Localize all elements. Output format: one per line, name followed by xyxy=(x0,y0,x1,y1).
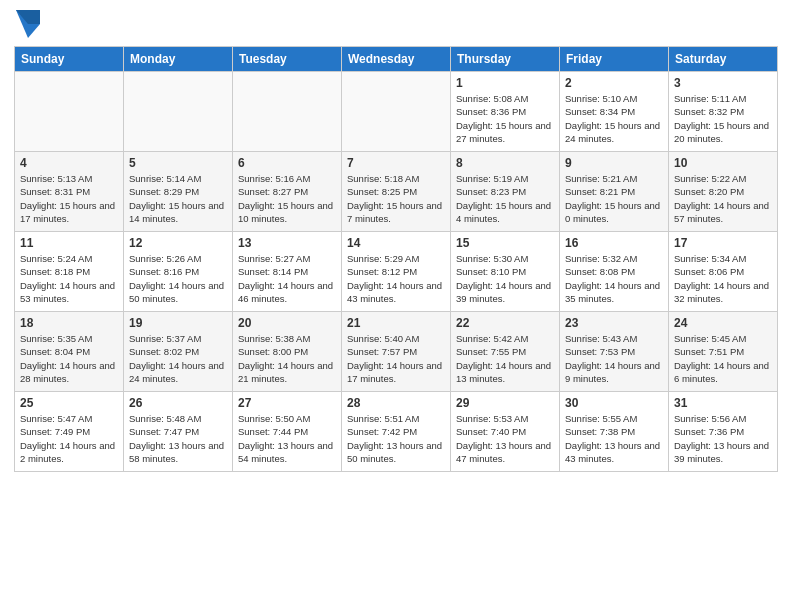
day-cell: 13Sunrise: 5:27 AM Sunset: 8:14 PM Dayli… xyxy=(233,232,342,312)
week-row-4: 18Sunrise: 5:35 AM Sunset: 8:04 PM Dayli… xyxy=(15,312,778,392)
day-info: Sunrise: 5:08 AM Sunset: 8:36 PM Dayligh… xyxy=(456,92,554,145)
day-number: 13 xyxy=(238,236,336,250)
day-info: Sunrise: 5:47 AM Sunset: 7:49 PM Dayligh… xyxy=(20,412,118,465)
day-number: 24 xyxy=(674,316,772,330)
day-info: Sunrise: 5:32 AM Sunset: 8:08 PM Dayligh… xyxy=(565,252,663,305)
day-cell: 14Sunrise: 5:29 AM Sunset: 8:12 PM Dayli… xyxy=(342,232,451,312)
col-header-thursday: Thursday xyxy=(451,47,560,72)
day-number: 27 xyxy=(238,396,336,410)
day-number: 2 xyxy=(565,76,663,90)
day-info: Sunrise: 5:42 AM Sunset: 7:55 PM Dayligh… xyxy=(456,332,554,385)
col-header-friday: Friday xyxy=(560,47,669,72)
day-number: 3 xyxy=(674,76,772,90)
day-cell: 3Sunrise: 5:11 AM Sunset: 8:32 PM Daylig… xyxy=(669,72,778,152)
day-info: Sunrise: 5:30 AM Sunset: 8:10 PM Dayligh… xyxy=(456,252,554,305)
day-info: Sunrise: 5:45 AM Sunset: 7:51 PM Dayligh… xyxy=(674,332,772,385)
day-number: 16 xyxy=(565,236,663,250)
day-number: 6 xyxy=(238,156,336,170)
col-header-wednesday: Wednesday xyxy=(342,47,451,72)
day-cell: 27Sunrise: 5:50 AM Sunset: 7:44 PM Dayli… xyxy=(233,392,342,472)
day-info: Sunrise: 5:26 AM Sunset: 8:16 PM Dayligh… xyxy=(129,252,227,305)
day-info: Sunrise: 5:35 AM Sunset: 8:04 PM Dayligh… xyxy=(20,332,118,385)
day-info: Sunrise: 5:10 AM Sunset: 8:34 PM Dayligh… xyxy=(565,92,663,145)
day-info: Sunrise: 5:43 AM Sunset: 7:53 PM Dayligh… xyxy=(565,332,663,385)
day-cell: 19Sunrise: 5:37 AM Sunset: 8:02 PM Dayli… xyxy=(124,312,233,392)
day-cell: 31Sunrise: 5:56 AM Sunset: 7:36 PM Dayli… xyxy=(669,392,778,472)
col-header-tuesday: Tuesday xyxy=(233,47,342,72)
day-number: 5 xyxy=(129,156,227,170)
day-number: 20 xyxy=(238,316,336,330)
day-info: Sunrise: 5:14 AM Sunset: 8:29 PM Dayligh… xyxy=(129,172,227,225)
logo-icon xyxy=(16,10,40,38)
day-number: 28 xyxy=(347,396,445,410)
day-info: Sunrise: 5:38 AM Sunset: 8:00 PM Dayligh… xyxy=(238,332,336,385)
day-number: 29 xyxy=(456,396,554,410)
day-cell: 4Sunrise: 5:13 AM Sunset: 8:31 PM Daylig… xyxy=(15,152,124,232)
page: SundayMondayTuesdayWednesdayThursdayFrid… xyxy=(0,0,792,612)
day-cell: 2Sunrise: 5:10 AM Sunset: 8:34 PM Daylig… xyxy=(560,72,669,152)
day-cell: 22Sunrise: 5:42 AM Sunset: 7:55 PM Dayli… xyxy=(451,312,560,392)
day-info: Sunrise: 5:53 AM Sunset: 7:40 PM Dayligh… xyxy=(456,412,554,465)
logo xyxy=(14,10,40,38)
day-number: 21 xyxy=(347,316,445,330)
day-number: 18 xyxy=(20,316,118,330)
day-info: Sunrise: 5:37 AM Sunset: 8:02 PM Dayligh… xyxy=(129,332,227,385)
day-cell: 8Sunrise: 5:19 AM Sunset: 8:23 PM Daylig… xyxy=(451,152,560,232)
day-cell: 17Sunrise: 5:34 AM Sunset: 8:06 PM Dayli… xyxy=(669,232,778,312)
day-cell: 28Sunrise: 5:51 AM Sunset: 7:42 PM Dayli… xyxy=(342,392,451,472)
day-cell xyxy=(342,72,451,152)
day-number: 22 xyxy=(456,316,554,330)
day-cell: 1Sunrise: 5:08 AM Sunset: 8:36 PM Daylig… xyxy=(451,72,560,152)
day-cell: 5Sunrise: 5:14 AM Sunset: 8:29 PM Daylig… xyxy=(124,152,233,232)
day-cell: 11Sunrise: 5:24 AM Sunset: 8:18 PM Dayli… xyxy=(15,232,124,312)
day-cell: 30Sunrise: 5:55 AM Sunset: 7:38 PM Dayli… xyxy=(560,392,669,472)
day-number: 12 xyxy=(129,236,227,250)
day-cell: 29Sunrise: 5:53 AM Sunset: 7:40 PM Dayli… xyxy=(451,392,560,472)
day-cell xyxy=(124,72,233,152)
day-info: Sunrise: 5:55 AM Sunset: 7:38 PM Dayligh… xyxy=(565,412,663,465)
day-number: 7 xyxy=(347,156,445,170)
day-number: 4 xyxy=(20,156,118,170)
day-number: 25 xyxy=(20,396,118,410)
day-info: Sunrise: 5:11 AM Sunset: 8:32 PM Dayligh… xyxy=(674,92,772,145)
day-number: 23 xyxy=(565,316,663,330)
col-header-saturday: Saturday xyxy=(669,47,778,72)
day-number: 31 xyxy=(674,396,772,410)
week-row-2: 4Sunrise: 5:13 AM Sunset: 8:31 PM Daylig… xyxy=(15,152,778,232)
day-cell: 26Sunrise: 5:48 AM Sunset: 7:47 PM Dayli… xyxy=(124,392,233,472)
day-info: Sunrise: 5:18 AM Sunset: 8:25 PM Dayligh… xyxy=(347,172,445,225)
day-number: 1 xyxy=(456,76,554,90)
day-info: Sunrise: 5:24 AM Sunset: 8:18 PM Dayligh… xyxy=(20,252,118,305)
day-cell: 21Sunrise: 5:40 AM Sunset: 7:57 PM Dayli… xyxy=(342,312,451,392)
day-info: Sunrise: 5:34 AM Sunset: 8:06 PM Dayligh… xyxy=(674,252,772,305)
day-info: Sunrise: 5:48 AM Sunset: 7:47 PM Dayligh… xyxy=(129,412,227,465)
day-cell: 25Sunrise: 5:47 AM Sunset: 7:49 PM Dayli… xyxy=(15,392,124,472)
day-number: 9 xyxy=(565,156,663,170)
header xyxy=(14,10,778,38)
day-info: Sunrise: 5:29 AM Sunset: 8:12 PM Dayligh… xyxy=(347,252,445,305)
day-info: Sunrise: 5:13 AM Sunset: 8:31 PM Dayligh… xyxy=(20,172,118,225)
day-cell: 7Sunrise: 5:18 AM Sunset: 8:25 PM Daylig… xyxy=(342,152,451,232)
day-number: 11 xyxy=(20,236,118,250)
day-info: Sunrise: 5:22 AM Sunset: 8:20 PM Dayligh… xyxy=(674,172,772,225)
day-cell: 10Sunrise: 5:22 AM Sunset: 8:20 PM Dayli… xyxy=(669,152,778,232)
header-row: SundayMondayTuesdayWednesdayThursdayFrid… xyxy=(15,47,778,72)
day-info: Sunrise: 5:16 AM Sunset: 8:27 PM Dayligh… xyxy=(238,172,336,225)
day-info: Sunrise: 5:51 AM Sunset: 7:42 PM Dayligh… xyxy=(347,412,445,465)
day-cell: 6Sunrise: 5:16 AM Sunset: 8:27 PM Daylig… xyxy=(233,152,342,232)
col-header-monday: Monday xyxy=(124,47,233,72)
day-number: 30 xyxy=(565,396,663,410)
day-info: Sunrise: 5:27 AM Sunset: 8:14 PM Dayligh… xyxy=(238,252,336,305)
day-number: 14 xyxy=(347,236,445,250)
day-cell: 12Sunrise: 5:26 AM Sunset: 8:16 PM Dayli… xyxy=(124,232,233,312)
day-cell: 23Sunrise: 5:43 AM Sunset: 7:53 PM Dayli… xyxy=(560,312,669,392)
day-number: 10 xyxy=(674,156,772,170)
week-row-1: 1Sunrise: 5:08 AM Sunset: 8:36 PM Daylig… xyxy=(15,72,778,152)
calendar-table: SundayMondayTuesdayWednesdayThursdayFrid… xyxy=(14,46,778,472)
day-cell: 24Sunrise: 5:45 AM Sunset: 7:51 PM Dayli… xyxy=(669,312,778,392)
day-number: 17 xyxy=(674,236,772,250)
week-row-5: 25Sunrise: 5:47 AM Sunset: 7:49 PM Dayli… xyxy=(15,392,778,472)
day-number: 15 xyxy=(456,236,554,250)
day-info: Sunrise: 5:21 AM Sunset: 8:21 PM Dayligh… xyxy=(565,172,663,225)
day-info: Sunrise: 5:50 AM Sunset: 7:44 PM Dayligh… xyxy=(238,412,336,465)
